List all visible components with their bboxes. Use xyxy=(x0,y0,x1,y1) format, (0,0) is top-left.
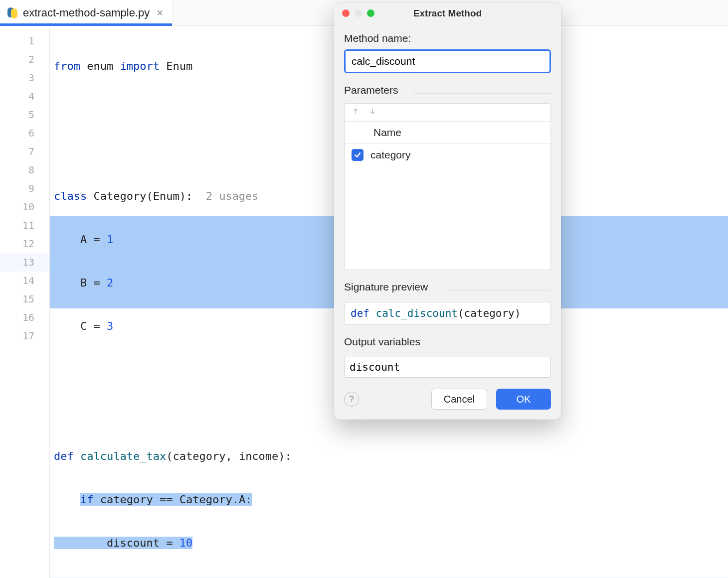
line-number: 4 xyxy=(0,87,49,106)
line-number: 5 xyxy=(0,106,49,124)
code-line xyxy=(50,144,728,162)
close-tab-icon[interactable]: × xyxy=(155,6,165,19)
code-line: discount = 10 xyxy=(50,534,728,552)
line-number: 16 xyxy=(0,308,49,327)
usages-hint: 2 usages xyxy=(192,190,258,202)
tab-filename: extract-method-sample.py xyxy=(23,6,150,19)
line-number: 10 xyxy=(0,198,49,216)
dialog-titlebar[interactable]: Extract Method xyxy=(334,2,561,24)
dialog-title: Extract Method xyxy=(334,8,561,19)
line-number: 14 xyxy=(0,272,49,290)
line-number: 9 xyxy=(0,179,49,198)
code-line: C = 3 xyxy=(50,317,728,335)
line-number: 7 xyxy=(0,143,49,161)
code-line: A = 1 xyxy=(50,230,728,249)
code-line xyxy=(50,100,728,119)
line-number: 13 xyxy=(0,253,49,272)
python-file-icon xyxy=(7,7,18,18)
code-line: if category == Category.A: xyxy=(50,490,728,509)
line-number-gutter: 1 2 3 4 5 6 7 8 9 10 11 12 13 14 15 16 1… xyxy=(0,26,50,578)
code-line: from enum import Enum xyxy=(50,57,728,75)
line-number: 6 xyxy=(0,124,49,143)
line-number: 15 xyxy=(0,290,49,308)
line-number: 12 xyxy=(0,235,49,253)
line-number: 1 xyxy=(0,32,49,50)
line-number: 2 xyxy=(0,50,49,69)
code-line xyxy=(50,404,728,422)
code-line: def calculate_tax(category, income): xyxy=(50,447,728,465)
editor-tab[interactable]: extract-method-sample.py × xyxy=(0,0,173,25)
line-number: 17 xyxy=(0,327,49,345)
code-line: B = 2 xyxy=(50,274,728,292)
code-content[interactable]: from enum import Enum class Category(Enu… xyxy=(50,26,728,578)
line-number: 8 xyxy=(0,161,49,179)
code-line: class Category(Enum): 2 usages xyxy=(50,187,728,205)
code-line xyxy=(50,360,728,379)
line-number: 11 xyxy=(0,216,49,235)
line-number: 3 xyxy=(0,69,49,87)
code-editor[interactable]: 1 2 3 4 5 6 7 8 9 10 11 12 13 14 15 16 1… xyxy=(0,26,728,578)
